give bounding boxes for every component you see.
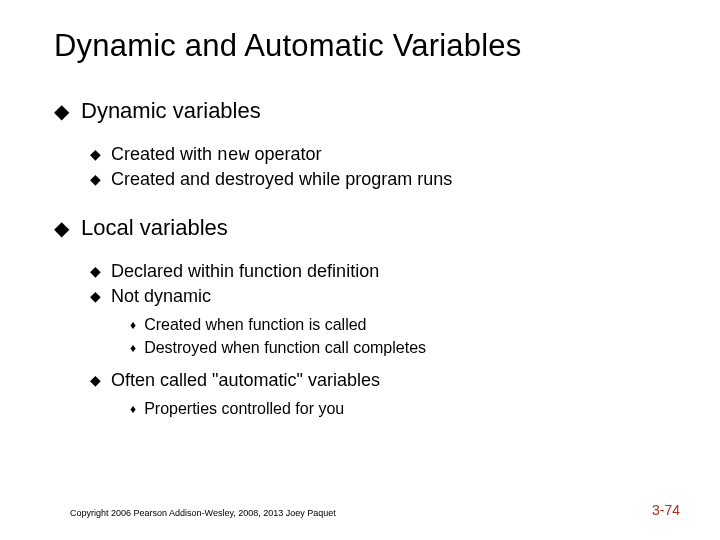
text-post: operator	[249, 144, 321, 164]
bullet-icon: ◆	[90, 261, 101, 283]
section-heading: Local variables	[81, 215, 228, 241]
list-item-text: Properties controlled for you	[144, 400, 344, 418]
list-item: ◆ Often called "automatic" variables	[90, 370, 680, 392]
slide-title: Dynamic and Automatic Variables	[54, 28, 680, 64]
bullet-icon: ◆	[90, 169, 101, 191]
list-item: ◆ Created and destroyed while program ru…	[90, 169, 680, 191]
list-item-text: Created and destroyed while program runs	[111, 169, 452, 190]
diamond-icon: ♦	[130, 400, 136, 419]
list-item: ♦ Created when function is called	[130, 316, 680, 335]
list-item-text: Created with new operator	[111, 144, 322, 165]
list-item-text: Not dynamic	[111, 286, 211, 307]
list-item: ♦ Properties controlled for you	[130, 400, 680, 419]
list-item-text: Declared within function definition	[111, 261, 379, 282]
copyright-text: Copyright 2006 Pearson Addison-Wesley, 2…	[70, 508, 336, 518]
list-item: ♦ Destroyed when function call completes	[130, 339, 680, 358]
diamond-icon: ♦	[130, 316, 136, 335]
text-pre: Created with	[111, 144, 217, 164]
list-item-text: Destroyed when function call completes	[144, 339, 426, 357]
list-item-text: Created when function is called	[144, 316, 366, 334]
section-local-variables: ◆ Local variables	[54, 215, 680, 243]
bullet-icon: ◆	[90, 286, 101, 308]
page-number: 3-74	[652, 502, 680, 518]
bullet-icon: ◆	[54, 215, 69, 243]
list-item: ◆ Declared within function definition	[90, 261, 680, 283]
bullet-icon: ◆	[90, 144, 101, 166]
section-heading: Dynamic variables	[81, 98, 261, 124]
slide: Dynamic and Automatic Variables ◆ Dynami…	[0, 0, 720, 540]
bullet-icon: ◆	[54, 98, 69, 126]
list-item: ◆ Not dynamic	[90, 286, 680, 308]
bullet-icon: ◆	[90, 370, 101, 392]
section-dynamic-variables: ◆ Dynamic variables	[54, 98, 680, 126]
list-item: ◆ Created with new operator	[90, 144, 680, 166]
code-keyword: new	[217, 145, 249, 165]
list-item-text: Often called "automatic" variables	[111, 370, 380, 391]
diamond-icon: ♦	[130, 339, 136, 358]
